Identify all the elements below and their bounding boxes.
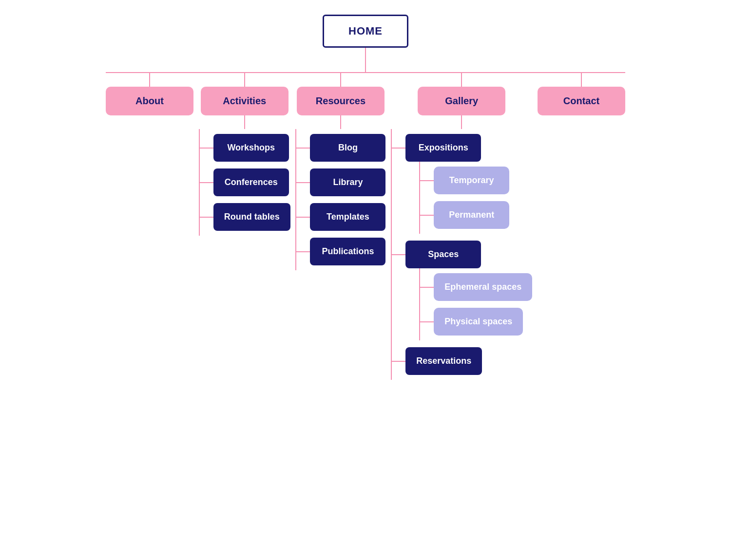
level1-hbar (106, 72, 625, 73)
level1-section: About Activities Workshops (49, 72, 682, 380)
physical-row: Physical spaces (420, 308, 532, 336)
physical-hline (420, 321, 434, 322)
activities-branch: Workshops Conferences Round tables (199, 129, 290, 236)
gallery-items: Expositions Temporary (392, 129, 532, 380)
reservations-hline (392, 361, 405, 362)
gallery-branch: Expositions Temporary (391, 129, 532, 380)
about-top-connector (149, 73, 150, 87)
publications-row: Publications (296, 238, 385, 265)
expositions-hline (392, 148, 405, 149)
resources-items: Blog Library Templates (296, 129, 385, 270)
spaces-hline (392, 254, 405, 255)
ephemeral-node[interactable]: Ephemeral spaces (434, 273, 532, 301)
activities-top-connector (244, 73, 245, 87)
spaces-sub-items: Ephemeral spaces Physical spaces (420, 268, 532, 340)
reservations-node[interactable]: Reservations (405, 347, 482, 375)
gallery-bottom-connector (461, 115, 462, 129)
activities-col: Activities Workshops (199, 73, 290, 236)
templates-hline (296, 217, 310, 218)
gallery-node[interactable]: Gallery (418, 87, 505, 115)
reservations-row: Reservations (392, 347, 532, 375)
resources-branch: Blog Library Templates (295, 129, 385, 270)
activities-items: Workshops Conferences Round tables (200, 129, 290, 236)
home-wrapper: HOME (323, 15, 408, 72)
permanent-hline (420, 215, 434, 216)
templates-row: Templates (296, 203, 385, 231)
permanent-row: Permanent (420, 201, 509, 229)
physical-node[interactable]: Physical spaces (434, 308, 523, 336)
workshops-node[interactable]: Workshops (213, 134, 289, 162)
workshops-row: Workshops (200, 134, 290, 162)
templates-node[interactable]: Templates (310, 203, 385, 231)
spaces-node[interactable]: Spaces (405, 241, 481, 268)
temporary-hline (420, 180, 434, 181)
conferences-node[interactable]: Conferences (213, 168, 289, 196)
contact-col: Contact (538, 73, 625, 115)
temporary-row: Temporary (420, 167, 509, 194)
expositions-row: Expositions (392, 134, 532, 162)
home-vertical-connector (365, 48, 366, 72)
resources-bottom-connector (340, 115, 341, 129)
activities-node[interactable]: Activities (201, 87, 289, 115)
temporary-node[interactable]: Temporary (434, 167, 509, 194)
contact-node[interactable]: Contact (538, 87, 625, 115)
roundtables-node[interactable]: Round tables (213, 203, 290, 231)
permanent-node[interactable]: Permanent (434, 201, 509, 229)
blog-hline (296, 148, 310, 149)
resources-node[interactable]: Resources (297, 87, 385, 115)
site-tree: HOME About Activities (49, 15, 682, 380)
roundtables-hline (200, 217, 213, 218)
expositions-sub-items: Temporary Permanent (420, 162, 509, 234)
about-col: About (106, 73, 193, 115)
home-node[interactable]: HOME (323, 15, 408, 48)
gallery-col: Gallery Expositions (391, 73, 532, 380)
ephemeral-hline (420, 287, 434, 288)
resources-col: Resources Blog Library (295, 73, 385, 270)
blog-row: Blog (296, 134, 385, 162)
resources-top-connector (340, 73, 341, 87)
library-node[interactable]: Library (310, 168, 385, 196)
library-hline (296, 182, 310, 183)
expositions-group: Expositions Temporary (392, 134, 532, 234)
gallery-top-connector (461, 73, 462, 87)
expositions-sub-branch: Temporary Permanent (419, 162, 532, 234)
conferences-row: Conferences (200, 168, 290, 196)
publications-node[interactable]: Publications (310, 238, 385, 265)
activities-bottom-connector (244, 115, 245, 129)
roundtables-row: Round tables (200, 203, 290, 231)
spaces-row: Spaces (392, 241, 532, 268)
contact-top-connector (581, 73, 582, 87)
conferences-hline (200, 182, 213, 183)
library-row: Library (296, 168, 385, 196)
ephemeral-row: Ephemeral spaces (420, 273, 532, 301)
blog-node[interactable]: Blog (310, 134, 385, 162)
spaces-sub-branch: Ephemeral spaces Physical spaces (419, 268, 532, 340)
about-node[interactable]: About (106, 87, 193, 115)
expositions-node[interactable]: Expositions (405, 134, 481, 162)
spaces-group: Spaces Ephemeral spaces (392, 241, 532, 340)
level1-row: About Activities Workshops (106, 73, 625, 380)
workshops-hline (200, 148, 213, 149)
publications-hline (296, 251, 310, 252)
